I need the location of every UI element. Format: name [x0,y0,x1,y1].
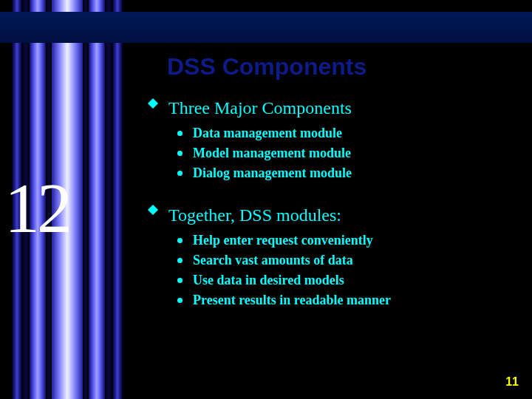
list-item: Search vast amounts of data [177,251,517,270]
list-item-text: Dialog management module [193,164,352,183]
list-item-text: Data management module [193,124,342,143]
dot-bullet-icon [177,258,183,263]
list-item-text: Model management module [193,144,351,163]
sub-list: Help enter request conveniently Search v… [177,231,517,310]
diamond-bullet-icon [148,210,158,220]
list-item-text: Present results in readable manner [193,291,391,310]
dot-bullet-icon [177,171,183,176]
dot-bullet-icon [177,278,183,283]
diamond-bullet-icon [148,103,158,114]
list-item: Dialog management module [177,164,517,183]
dot-bullet-icon [177,298,183,303]
section-1: Together, DSS modules: Help enter reques… [148,205,517,310]
page-number: 11 [505,375,519,389]
list-item-text: Search vast amounts of data [193,251,353,270]
list-item: Present results in readable manner [177,291,517,310]
chapter-number: 12 [4,167,69,249]
section-heading: Together, DSS modules: [148,205,517,225]
slide-content: DSS Components Three Major Components Da… [148,53,517,332]
section-0: Three Major Components Data management m… [148,98,517,183]
section-heading: Three Major Components [148,98,517,118]
list-item-text: Help enter request conveniently [193,231,373,250]
list-item: Model management module [177,144,517,163]
sub-list: Data management module Model management … [177,124,517,183]
dot-bullet-icon [177,131,183,136]
slide-title: DSS Components [167,53,517,81]
list-item: Data management module [177,124,517,143]
list-item: Help enter request conveniently [177,231,517,250]
top-bar [0,12,532,43]
list-item-text: Use data in desired models [193,271,344,290]
dot-bullet-icon [177,151,183,156]
section-heading-text: Together, DSS modules: [168,205,341,225]
dot-bullet-icon [177,238,183,243]
list-item: Use data in desired models [177,271,517,290]
section-heading-text: Three Major Components [168,98,352,118]
